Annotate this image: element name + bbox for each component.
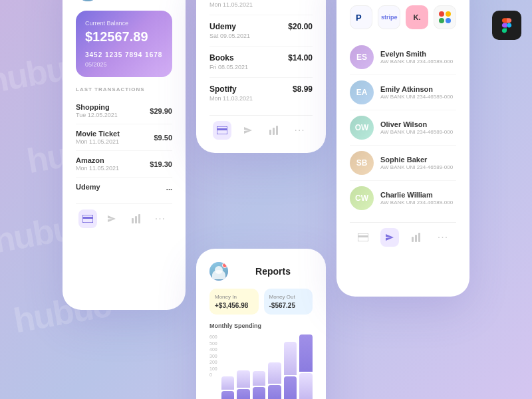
nav-chart-icon[interactable]	[127, 209, 146, 228]
chart-y-axis: 600 500 400 300 200 100 0	[209, 334, 217, 388]
tx-brand-date: Fri 08.05.2021	[209, 64, 248, 70]
tx-date: Mon 11.05.2021	[76, 138, 120, 145]
table-row: Udemy Sat 09.05.2021 $20.00	[209, 15, 313, 47]
contact-name: Sophie Baker	[380, 156, 456, 164]
contact-info-sophie: Sophie Baker AW BANK UNI 234-46589-000	[380, 156, 456, 170]
greeting-section: Good morning ANDREA	[76, 0, 172, 1]
y-label: 0	[209, 372, 217, 377]
svg-rect-18	[415, 235, 417, 242]
list-item[interactable]: SB Sophie Baker AW BANK UNI 234-46589-00…	[350, 146, 456, 181]
contact-bank: AW BANK UNI 234-46589-000	[380, 200, 456, 205]
tx-brand-name: Udemy	[209, 22, 250, 31]
tx-amount: $19.30	[150, 160, 172, 168]
tx-name: Udemy	[76, 183, 100, 191]
y-label: 600	[209, 334, 217, 339]
bar-light	[268, 362, 281, 384]
list-item[interactable]: EA Emily Atkinson AW BANK UNI 234-46589-…	[350, 75, 456, 110]
money-out-label: Money Out	[269, 294, 308, 300]
nav-send-icon[interactable]	[102, 209, 121, 228]
money-summary-cards: Money In +$3,456.98 Money Out -$567.25	[209, 289, 313, 315]
phone-transactions: Amazon Mon 11.05.2021 $19.30 Udemy Sat 0…	[196, 0, 326, 153]
contacts-list: ES Evelyn Smith AW BANK UNI 234-46589-00…	[350, 40, 456, 215]
y-label: 200	[209, 360, 217, 364]
tx-brand-date: Mon 11.05.2021	[209, 1, 253, 8]
nav-send-icon[interactable]	[239, 121, 257, 140]
phone4-bottom-nav: ···	[350, 222, 456, 247]
nav-card-icon[interactable]	[213, 121, 231, 140]
klarna-icon[interactable]: K.	[406, 5, 428, 29]
tx-name: Shopping	[76, 103, 118, 111]
user-avatar	[76, 0, 100, 1]
table-row: Movie Ticket Mon 11.05.2021 $9.50	[76, 124, 172, 151]
contact-bank: AW BANK UNI 234-46589-000	[380, 94, 456, 100]
contact-avatar-es: ES	[350, 45, 374, 69]
nav-more-icon[interactable]: ···	[291, 121, 309, 140]
money-in-amount: +$3,456.98	[215, 302, 253, 309]
phone1-bottom-nav: ···	[76, 203, 172, 228]
list-item[interactable]: ES Evelyn Smith AW BANK UNI 234-46589-00…	[350, 40, 456, 75]
tx-brand-name: Books	[209, 53, 248, 63]
nav-chart-icon[interactable]	[407, 228, 426, 247]
monthly-chart: Monthly Spending 600 500 400 300 200 100…	[209, 323, 313, 399]
svg-text:P: P	[356, 13, 362, 23]
bar-light	[221, 376, 235, 390]
table-row: Udemy ...	[76, 178, 172, 197]
phone-transfer: Transfer + P stripe K. ES Ev	[336, 0, 469, 297]
bar-light	[299, 373, 313, 399]
contact-name: Emily Atkinson	[380, 85, 456, 93]
phone1-transactions-list: Shopping Tue 12.05.2021 $29.90 Movie Tic…	[76, 98, 172, 197]
tx-brand-date: Mon 11.03.2021	[209, 95, 253, 102]
table-row: Amazon Mon 11.05.2021 $19.30	[209, 0, 313, 15]
contact-avatar-ea: EA	[350, 80, 374, 104]
tx-brand-amount: $8.99	[293, 84, 313, 94]
nav-chart-icon[interactable]	[265, 121, 283, 140]
bar-feb	[237, 370, 250, 399]
y-label: 500	[209, 341, 217, 346]
balance-card: Current Balance $12567.89 3452 1235 7894…	[76, 11, 172, 77]
tx-date: Tue 12.05.2021	[76, 112, 118, 118]
svg-rect-3	[135, 216, 137, 223]
table-row: Books Fri 08.05.2021 $14.00	[209, 47, 313, 78]
svg-rect-2	[132, 218, 134, 223]
bar-light	[253, 371, 266, 386]
svg-rect-19	[418, 233, 420, 242]
list-item[interactable]: CW Charlie William AW BANK UNI 234-46589…	[350, 181, 456, 215]
bar-dark	[221, 391, 235, 399]
tx-brand-amount: $20.00	[288, 22, 313, 31]
contact-avatar-cw: CW	[350, 186, 374, 210]
balance-amount: $12567.89	[85, 29, 163, 45]
stripe-icon[interactable]: stripe	[378, 5, 400, 29]
nav-card-icon[interactable]	[354, 228, 372, 247]
tx-brand-name: Spotify	[209, 84, 253, 94]
figma-logo	[492, 11, 521, 40]
nav-more-icon[interactable]: ···	[151, 209, 170, 228]
bar-apr	[268, 362, 281, 399]
payment-methods: P stripe K.	[350, 5, 456, 29]
reports-title: Reports	[233, 266, 313, 277]
svg-rect-1	[82, 217, 93, 219]
nav-more-icon[interactable]: ···	[434, 228, 452, 247]
google-pay-icon[interactable]	[434, 5, 456, 29]
tx-amount: $9.50	[154, 134, 172, 142]
contact-bank: AW BANK UNI 234-46589-000	[380, 59, 456, 65]
bar-mar	[253, 371, 266, 399]
contact-bank: AW BANK UNI 234-46589-000	[380, 164, 456, 170]
svg-rect-6	[217, 128, 227, 130]
avatar-dot	[222, 263, 227, 268]
phone-reports: Reports Money In +$3,456.98 Money Out -$…	[196, 249, 326, 399]
paypal-icon[interactable]: P	[350, 5, 372, 29]
svg-rect-7	[269, 130, 271, 135]
reports-avatar	[209, 262, 228, 281]
bar-jun	[299, 334, 313, 399]
bar-light	[284, 342, 297, 375]
nav-send-icon[interactable]	[380, 228, 399, 247]
nav-card-icon[interactable]	[78, 209, 97, 228]
bar-may	[284, 342, 297, 399]
bar-dark	[268, 385, 281, 399]
tx-name: Amazon	[76, 156, 119, 164]
tx-date: Mon 11.05.2021	[76, 165, 119, 172]
svg-point-11	[439, 11, 444, 17]
contact-avatar-sb: SB	[350, 151, 374, 175]
list-item[interactable]: OW Oliver Wilson AW BANK UNI 234-46589-0…	[350, 110, 456, 146]
card-expiry: 05/2025	[85, 61, 163, 68]
